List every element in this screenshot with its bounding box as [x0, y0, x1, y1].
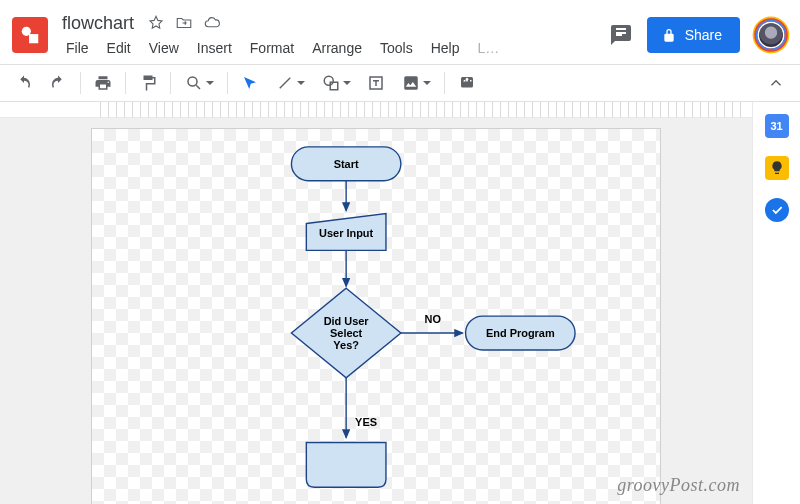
header: flowchart File Edit View Insert Format A…	[0, 0, 800, 64]
star-icon[interactable]	[146, 13, 166, 33]
toolbar	[0, 64, 800, 102]
insert-comment-button[interactable]	[451, 69, 483, 97]
svg-point-3	[324, 76, 333, 85]
menu-file[interactable]: File	[58, 36, 97, 60]
tasks-icon[interactable]	[765, 198, 789, 222]
separator	[80, 72, 81, 94]
canvas-background: Start User Input Did User Select Yes? NO…	[0, 118, 752, 504]
flowchart-no-label: NO	[425, 313, 442, 325]
separator	[170, 72, 171, 94]
keep-icon[interactable]	[765, 156, 789, 180]
shape-tool[interactable]	[314, 69, 358, 97]
textbox-tool[interactable]	[360, 69, 392, 97]
flowchart-start-label: Start	[334, 158, 359, 170]
separator	[125, 72, 126, 94]
flowchart-end-label: End Program	[486, 327, 555, 339]
flowchart-decision-line3: Yes?	[333, 339, 359, 351]
separator	[444, 72, 445, 94]
folder-move-icon[interactable]	[174, 13, 194, 33]
side-panel: 31	[752, 102, 800, 504]
separator	[227, 72, 228, 94]
drawing-canvas[interactable]: Start User Input Did User Select Yes? NO…	[91, 128, 661, 504]
lock-icon	[661, 27, 677, 43]
share-button[interactable]: Share	[647, 17, 740, 53]
menu-bar: File Edit View Insert Format Arrange Too…	[58, 34, 609, 60]
svg-rect-4	[330, 82, 338, 90]
undo-button[interactable]	[8, 69, 40, 97]
collapse-toolbar-button[interactable]	[760, 69, 792, 97]
print-button[interactable]	[87, 69, 119, 97]
svg-point-2	[188, 77, 197, 86]
menu-edit[interactable]: Edit	[99, 36, 139, 60]
flowchart-decision-line1: Did User	[324, 315, 370, 327]
menu-tools[interactable]: Tools	[372, 36, 421, 60]
comments-icon[interactable]	[609, 23, 633, 47]
calendar-icon[interactable]: 31	[765, 114, 789, 138]
flowchart-input-label: User Input	[319, 227, 373, 239]
cloud-status-icon[interactable]	[202, 13, 222, 33]
paint-format-button[interactable]	[132, 69, 164, 97]
image-tool[interactable]	[394, 69, 438, 97]
select-tool[interactable]	[234, 69, 266, 97]
watermark-text: groovyPost.com	[617, 475, 740, 496]
menu-format[interactable]: Format	[242, 36, 302, 60]
svg-rect-1	[29, 34, 38, 43]
ruler	[0, 102, 752, 118]
flowchart-process-node[interactable]	[306, 443, 386, 488]
document-title[interactable]: flowchart	[58, 13, 138, 34]
menu-help[interactable]: Help	[423, 36, 468, 60]
zoom-dropdown[interactable]	[177, 69, 221, 97]
flowchart-yes-label: YES	[355, 416, 377, 428]
menu-view[interactable]: View	[141, 36, 187, 60]
menu-more[interactable]: L…	[469, 36, 507, 60]
share-label: Share	[685, 27, 722, 43]
menu-insert[interactable]: Insert	[189, 36, 240, 60]
redo-button[interactable]	[42, 69, 74, 97]
flowchart-decision-line2: Select	[330, 327, 363, 339]
menu-arrange[interactable]: Arrange	[304, 36, 370, 60]
account-avatar[interactable]	[757, 21, 784, 48]
workarea: Start User Input Did User Select Yes? NO…	[0, 102, 752, 504]
line-tool[interactable]	[268, 69, 312, 97]
drawings-logo[interactable]	[12, 17, 48, 53]
